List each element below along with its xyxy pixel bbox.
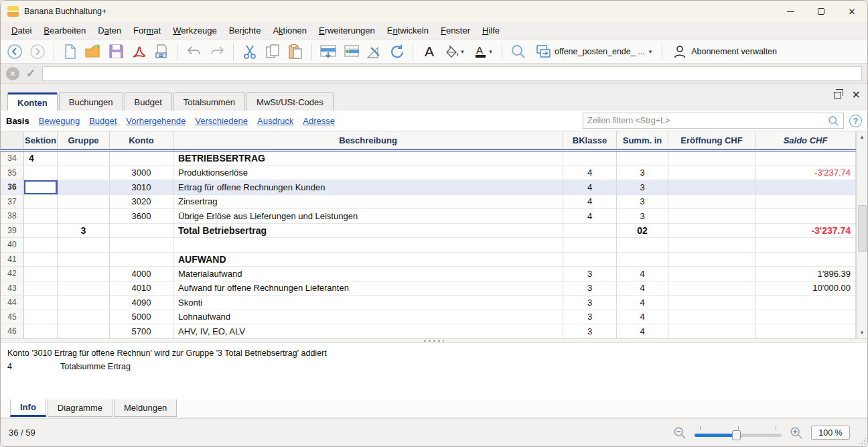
cell-summ[interactable]: 3 bbox=[617, 195, 668, 210]
cell-sektion[interactable] bbox=[24, 195, 58, 210]
tab-konten[interactable]: Konten bbox=[7, 92, 58, 111]
row-number[interactable]: 41 bbox=[1, 253, 24, 267]
cell-saldo[interactable] bbox=[755, 296, 856, 310]
row-number[interactable]: 45 bbox=[1, 310, 24, 325]
cell-konto[interactable]: 3020 bbox=[110, 195, 173, 210]
column-header-saldo-chf[interactable]: Saldo CHF bbox=[755, 131, 856, 149]
cell-eroeffnung[interactable] bbox=[668, 253, 755, 267]
view-link-bewegung[interactable]: Bewegung bbox=[39, 116, 80, 126]
view-link-budget[interactable]: Budget bbox=[89, 116, 117, 126]
cell-konto[interactable]: 5700 bbox=[110, 324, 173, 338]
cell-summ[interactable]: 3 bbox=[617, 209, 668, 224]
restore-window-icon[interactable] bbox=[834, 92, 841, 99]
cell-summ[interactable] bbox=[617, 151, 668, 166]
back-button[interactable] bbox=[5, 42, 25, 62]
cell-beschreibung[interactable]: Skonti bbox=[173, 296, 563, 310]
cell-eroeffnung[interactable] bbox=[668, 267, 755, 281]
cell-summ[interactable]: 4 bbox=[617, 324, 668, 338]
cell-konto[interactable] bbox=[110, 151, 173, 166]
cell-beschreibung[interactable]: BETRIEBSERTRAG bbox=[173, 151, 563, 166]
cell-bklasse[interactable]: 3 bbox=[563, 324, 617, 338]
column-header-eröffnung-chf[interactable]: Eröffnung CHF bbox=[668, 131, 755, 149]
cell-eroeffnung[interactable] bbox=[668, 166, 755, 181]
scroll-up-icon[interactable]: ▲ bbox=[857, 131, 868, 143]
column-header-bklasse[interactable]: BKlasse bbox=[563, 131, 617, 149]
cell-beschreibung[interactable]: Produktionserlöse bbox=[173, 166, 563, 181]
cell-gruppe[interactable] bbox=[58, 281, 110, 296]
zoom-slider[interactable] bbox=[695, 426, 782, 440]
cell-summ[interactable]: 3 bbox=[617, 166, 668, 181]
row-number[interactable]: 46 bbox=[1, 324, 24, 338]
cell-gruppe[interactable] bbox=[58, 180, 110, 195]
cell-gruppe[interactable] bbox=[58, 209, 110, 224]
column-header-gruppe[interactable]: Gruppe bbox=[58, 131, 110, 149]
row-number[interactable]: 44 bbox=[1, 296, 24, 310]
cell-konto[interactable] bbox=[110, 253, 173, 267]
help-icon[interactable]: ? bbox=[849, 115, 862, 127]
insert-rows-button[interactable] bbox=[318, 42, 338, 62]
cell-konto[interactable] bbox=[110, 238, 173, 253]
cell-beschreibung[interactable]: Aufwand für offene Rechnungen Lieferante… bbox=[173, 281, 563, 296]
cell-beschreibung[interactable] bbox=[173, 238, 563, 253]
cell-eroeffnung[interactable] bbox=[668, 195, 755, 210]
cell-sektion[interactable] bbox=[24, 267, 58, 281]
scroll-down-icon[interactable]: ▼ bbox=[857, 327, 868, 338]
cell-gruppe[interactable] bbox=[58, 253, 110, 267]
window-switcher[interactable]: offene_posten_ende_ ... ▾ bbox=[531, 43, 656, 60]
bottom-tab-meldungen[interactable]: Meldungen bbox=[114, 399, 177, 417]
row-number[interactable]: 42 bbox=[1, 267, 24, 281]
tab-totalsummen[interactable]: Totalsummen bbox=[173, 92, 245, 111]
table-row[interactable]: 383600Übrige Erlöse aus Lieferungen und … bbox=[1, 209, 856, 224]
cell-beschreibung[interactable]: AHV, IV, EO, ALV bbox=[173, 324, 563, 338]
cell-bklasse[interactable] bbox=[563, 238, 617, 253]
table-row[interactable]: 40 bbox=[1, 238, 856, 253]
cell-saldo[interactable] bbox=[755, 253, 856, 267]
title-bar[interactable]: Banana Buchhaltung+ ✕ bbox=[1, 1, 867, 22]
cell-beschreibung[interactable]: AUFWAND bbox=[173, 253, 563, 267]
cell-gruppe[interactable] bbox=[58, 324, 110, 338]
cell-konto[interactable] bbox=[110, 224, 173, 239]
table-row[interactable]: 465700AHV, IV, EO, ALV34 bbox=[1, 324, 856, 338]
design-button[interactable] bbox=[364, 42, 384, 62]
cell-summ[interactable]: 02 bbox=[617, 224, 668, 239]
cell-beschreibung[interactable]: Materialaufwand bbox=[173, 267, 563, 281]
row-number[interactable]: 37 bbox=[1, 195, 24, 210]
cell-eroeffnung[interactable] bbox=[668, 281, 755, 296]
slider-thumb[interactable] bbox=[732, 430, 741, 440]
cell-konto[interactable]: 3000 bbox=[110, 166, 173, 181]
cell-bklasse[interactable] bbox=[563, 224, 617, 239]
cut-button[interactable] bbox=[240, 42, 260, 62]
print-button[interactable] bbox=[151, 42, 171, 62]
cell-sektion[interactable] bbox=[24, 253, 58, 267]
minimize-button[interactable] bbox=[775, 1, 806, 22]
formula-input[interactable] bbox=[42, 66, 862, 81]
cell-gruppe[interactable] bbox=[58, 195, 110, 210]
cell-bklasse[interactable]: 3 bbox=[563, 267, 617, 281]
cell-saldo[interactable]: 1'896.39 bbox=[755, 267, 856, 281]
row-number[interactable]: 43 bbox=[1, 281, 24, 296]
cell-bklasse[interactable]: 4 bbox=[563, 180, 617, 195]
cell-sektion[interactable] bbox=[24, 166, 58, 181]
cell-eroeffnung[interactable] bbox=[668, 310, 755, 325]
undo-button[interactable] bbox=[184, 42, 204, 62]
zoom-level-display[interactable]: 100 % bbox=[811, 426, 850, 440]
cell-eroeffnung[interactable] bbox=[668, 209, 755, 224]
row-filter-input[interactable] bbox=[587, 116, 828, 125]
menu-hilfe[interactable]: Hilfe bbox=[477, 23, 505, 38]
cell-beschreibung[interactable]: Ertrag für offene Rechnungen Kunden bbox=[173, 180, 563, 195]
copy-button[interactable] bbox=[263, 42, 283, 62]
cell-summ[interactable]: 4 bbox=[617, 267, 668, 281]
view-link-ausdruck[interactable]: Ausdruck bbox=[257, 116, 293, 126]
manage-subscription-button[interactable]: Abonnement verwalten bbox=[668, 43, 781, 60]
menu-entwickeln[interactable]: Entwickeln bbox=[382, 23, 434, 38]
cell-sektion[interactable] bbox=[24, 281, 58, 296]
open-file-button[interactable] bbox=[83, 42, 103, 62]
table-row[interactable]: 434010Aufwand für offene Rechnungen Lief… bbox=[1, 281, 856, 296]
vertical-scrollbar[interactable]: ▲ ▼ bbox=[856, 131, 867, 338]
row-number[interactable]: 40 bbox=[1, 238, 24, 253]
row-number[interactable]: 34 bbox=[1, 151, 24, 166]
paste-button[interactable] bbox=[285, 42, 305, 62]
view-link-vorhergehende[interactable]: Vorhergehende bbox=[126, 116, 186, 126]
bottom-tab-diagramme[interactable]: Diagramme bbox=[48, 399, 113, 417]
export-pdf-button[interactable] bbox=[129, 42, 149, 62]
